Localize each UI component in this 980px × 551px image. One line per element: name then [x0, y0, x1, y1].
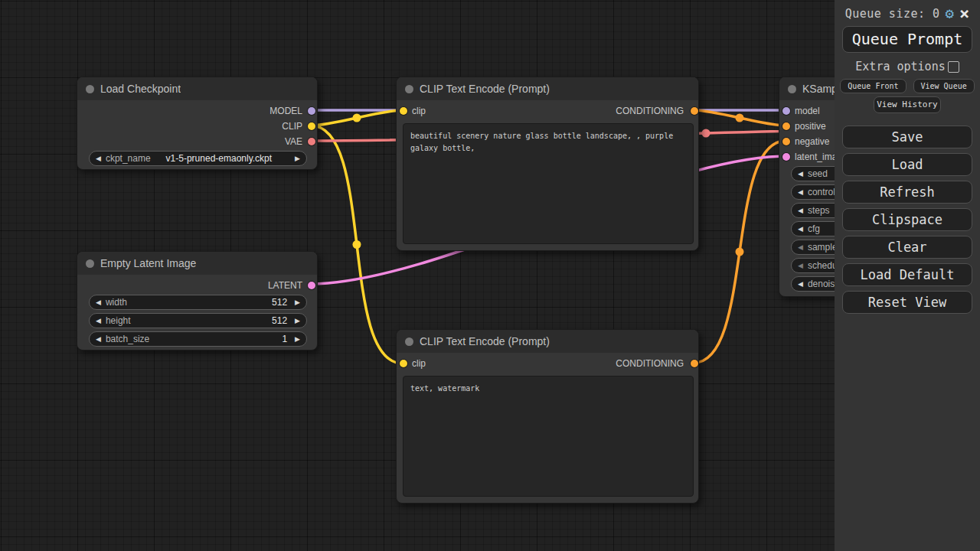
node-title-bar[interactable]: Load Checkpoint: [77, 77, 317, 100]
clip-output-port[interactable]: [308, 122, 315, 130]
widget-label: seed: [808, 168, 828, 179]
queue-front-button[interactable]: Queue Front: [840, 79, 906, 93]
prev-value-icon[interactable]: ◀: [96, 317, 101, 324]
latent-output-port[interactable]: [308, 282, 315, 289]
input-label: positive: [795, 121, 826, 132]
widget-label: width: [106, 297, 127, 308]
conditioning-output-port[interactable]: [691, 360, 698, 367]
save-button[interactable]: Save: [842, 126, 972, 148]
node-clip-text-encode-negative[interactable]: CLIP Text Encode (Prompt) clip CONDITION…: [396, 329, 699, 504]
model-output-port[interactable]: [308, 107, 315, 115]
clear-button[interactable]: Clear: [842, 236, 972, 259]
latent-image-input-port[interactable]: [782, 153, 790, 161]
collapse-dot-icon[interactable]: [405, 337, 413, 346]
widget-value: 512: [127, 297, 295, 308]
node-title-bar[interactable]: Empty Latent Image: [77, 252, 317, 275]
model-input-port[interactable]: [782, 107, 790, 115]
output-label: CONDITIONING: [616, 358, 684, 369]
node-title-bar[interactable]: CLIP Text Encode (Prompt): [397, 330, 698, 353]
next-value-icon[interactable]: ▶: [295, 298, 300, 306]
negative-input-port[interactable]: [782, 138, 790, 145]
collapse-dot-icon[interactable]: [788, 85, 796, 93]
prev-value-icon[interactable]: ◀: [96, 155, 101, 162]
queue-size-label: Queue size: 0: [845, 7, 940, 21]
input-label: negative: [795, 136, 829, 147]
prev-value-icon[interactable]: ◀: [798, 225, 803, 233]
prev-value-icon[interactable]: ◀: [798, 280, 803, 288]
view-history-label: View History: [877, 99, 937, 109]
node-title: CLIP Text Encode (Prompt): [420, 83, 550, 95]
extra-options-checkbox[interactable]: [948, 61, 959, 73]
queue-prompt-button[interactable]: Queue Prompt: [842, 26, 972, 53]
collapse-dot-icon[interactable]: [86, 259, 94, 268]
widget-label: cfg: [808, 223, 820, 234]
view-queue-button[interactable]: View Queue: [913, 79, 975, 93]
prev-value-icon[interactable]: ◀: [96, 335, 101, 343]
positive-input-port[interactable]: [782, 122, 790, 130]
output-row-conditioning: CONDITIONING: [397, 103, 698, 119]
settings-gear-icon[interactable]: ⚙: [946, 6, 954, 21]
input-label: model: [795, 106, 820, 116]
width-widget[interactable]: ◀ width 512 ▶: [89, 295, 307, 310]
prev-value-icon[interactable]: ◀: [798, 188, 803, 196]
prompt-text-input[interactable]: beautiful scenery nature glass bottle la…: [403, 123, 694, 244]
prompt-text-input[interactable]: text, watermark: [403, 376, 694, 497]
conditioning-output-port[interactable]: [691, 107, 698, 115]
vae-output-port[interactable]: [308, 138, 315, 145]
output-label: VAE: [285, 136, 302, 147]
height-widget[interactable]: ◀ height 512 ▶: [89, 313, 307, 328]
ckpt-name-widget[interactable]: ◀ ckpt_name v1-5-pruned-emaonly.ckpt ▶: [89, 151, 307, 166]
prev-value-icon[interactable]: ◀: [798, 207, 803, 214]
collapse-dot-icon[interactable]: [86, 85, 94, 93]
output-label: CLIP: [282, 121, 302, 132]
node-title: Empty Latent Image: [100, 257, 196, 269]
widget-label: batch_size: [106, 334, 149, 344]
node-clip-text-encode-positive[interactable]: CLIP Text Encode (Prompt) clip CONDITION…: [396, 77, 699, 251]
node-load-checkpoint[interactable]: Load Checkpoint MODEL CLIP VAE ◀ ckpt_na…: [77, 77, 318, 170]
widget-value: 1: [149, 334, 295, 344]
load-button[interactable]: Load: [842, 153, 972, 176]
output-row-clip: CLIP: [77, 119, 317, 134]
node-title: CLIP Text Encode (Prompt): [420, 335, 550, 347]
output-row-latent: LATENT: [77, 278, 317, 293]
node-title-bar[interactable]: CLIP Text Encode (Prompt): [397, 77, 698, 100]
menu-header-row: Queue size: 0 ⚙ ×: [835, 6, 980, 21]
widget-label: height: [106, 315, 131, 326]
widget-label: ckpt_name: [106, 153, 151, 164]
queue-actions-row: Queue Front View Queue: [835, 79, 980, 93]
batch-size-widget[interactable]: ◀ batch_size 1 ▶: [89, 331, 307, 347]
next-value-icon[interactable]: ▶: [295, 317, 300, 324]
widget-value: 512: [131, 315, 295, 326]
node-title: Load Checkpoint: [100, 83, 181, 95]
prev-value-icon[interactable]: ◀: [798, 262, 803, 269]
widget-label: steps: [808, 205, 830, 216]
prev-value-icon[interactable]: ◀: [798, 243, 803, 251]
clipspace-button[interactable]: Clipspace: [842, 208, 972, 231]
extra-options-label: Extra options: [855, 60, 945, 73]
extra-options-row: Extra options: [835, 60, 980, 73]
prev-value-icon[interactable]: ◀: [96, 298, 101, 306]
output-row-vae: VAE: [77, 134, 317, 149]
queue-menu-panel: Queue size: 0 ⚙ × Queue Prompt Extra opt…: [835, 0, 980, 551]
output-label: MODEL: [270, 106, 302, 116]
next-value-icon[interactable]: ▶: [295, 335, 300, 343]
load-default-button[interactable]: Load Default: [842, 263, 972, 286]
reset-view-button[interactable]: Reset View: [842, 291, 972, 314]
widget-value: v1-5-pruned-emaonly.ckpt: [151, 153, 295, 164]
close-icon[interactable]: ×: [959, 7, 969, 21]
prev-value-icon[interactable]: ◀: [798, 170, 803, 178]
view-history-button[interactable]: View History: [874, 96, 941, 113]
output-label: CONDITIONING: [616, 106, 684, 116]
next-value-icon[interactable]: ▶: [295, 155, 300, 162]
output-row-model: MODEL: [77, 103, 317, 119]
output-row-conditioning: CONDITIONING: [397, 356, 698, 371]
collapse-dot-icon[interactable]: [405, 85, 413, 93]
output-label: LATENT: [268, 280, 302, 291]
refresh-button[interactable]: Refresh: [842, 181, 972, 204]
node-empty-latent-image[interactable]: Empty Latent Image LATENT ◀ width 512 ▶ …: [77, 251, 318, 350]
